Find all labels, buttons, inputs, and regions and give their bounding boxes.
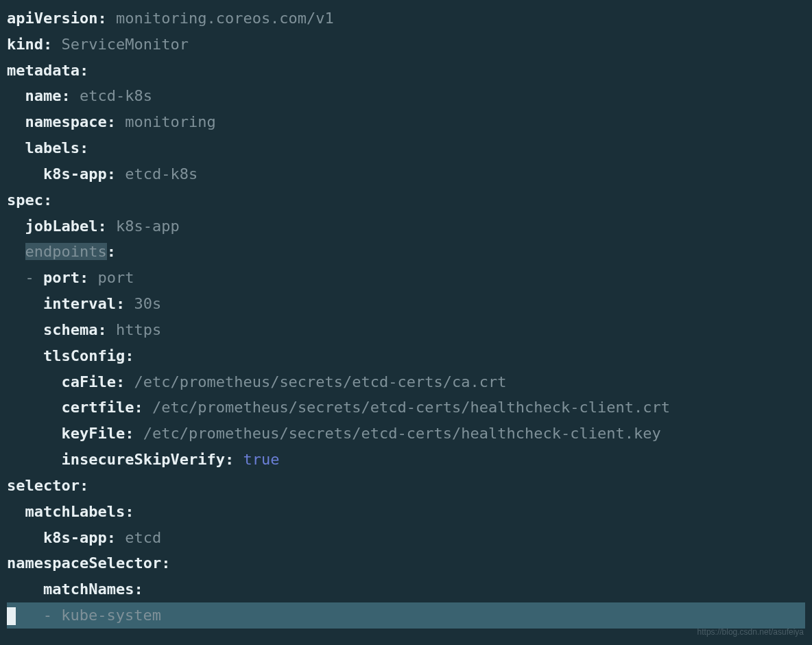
cursor [7, 607, 16, 625]
code-line: apiVersion: monitoring.coreos.com/v1 [7, 5, 805, 32]
code-line: endpoints: [7, 239, 805, 265]
yaml-key: namespace: [25, 113, 116, 130]
code-line: tlsConfig: [7, 343, 805, 369]
yaml-dash: - [25, 269, 34, 286]
yaml-value: ServiceMonitor [61, 36, 188, 53]
yaml-key: keyFile: [61, 425, 134, 442]
yaml-key: k8s-app: [43, 165, 116, 183]
yaml-key: insecureSkipVerify: [61, 451, 234, 468]
code-line: k8s-app: etcd-k8s [7, 161, 805, 187]
yaml-key: labels: [25, 139, 89, 156]
yaml-boolean: true [243, 451, 279, 468]
yaml-key: apiVersion: [7, 10, 107, 27]
code-line: - port: port [7, 265, 805, 291]
yaml-value: port [97, 269, 134, 286]
yaml-key: kind: [7, 36, 52, 53]
code-line: namespace: monitoring [7, 109, 805, 135]
yaml-value: etcd-k8s [125, 165, 198, 183]
yaml-value: /etc/prometheus/secrets/etcd-certs/ca.cr… [134, 373, 506, 390]
yaml-key: matchLabels: [25, 503, 134, 520]
yaml-key: k8s-app: [43, 529, 116, 546]
yaml-value: /etc/prometheus/secrets/etcd-certs/healt… [143, 425, 661, 442]
yaml-key: : [107, 243, 116, 260]
code-line: metadata: [7, 58, 805, 84]
yaml-value: monitoring.coreos.com/v1 [116, 10, 334, 27]
yaml-key: jobLabel: [25, 218, 107, 235]
code-line: jobLabel: k8s-app [7, 213, 805, 239]
yaml-value: https [116, 321, 161, 338]
yaml-value: etcd-k8s [80, 87, 152, 104]
yaml-value: monitoring [125, 113, 215, 130]
yaml-value: k8s-app [116, 218, 180, 235]
yaml-key: port: [43, 269, 88, 286]
yaml-key: tlsConfig: [43, 347, 134, 364]
search-highlight: endpoints [25, 243, 107, 260]
yaml-key: spec: [7, 191, 52, 209]
yaml-value: kube-system [61, 607, 161, 624]
yaml-key: interval: [43, 295, 125, 312]
code-line: keyFile: /etc/prometheus/secrets/etcd-ce… [7, 421, 805, 447]
cursor-line: - kube-system [7, 602, 805, 629]
yaml-key: matchNames: [43, 580, 143, 598]
yaml-key: selector: [7, 477, 88, 494]
code-line: caFile: /etc/prometheus/secrets/etcd-cer… [7, 369, 805, 395]
yaml-value: 30s [134, 295, 161, 312]
yaml-value: etcd [125, 529, 161, 546]
yaml-key: schema: [43, 321, 107, 338]
code-line: matchLabels: [7, 499, 805, 525]
code-line: spec: [7, 187, 805, 213]
code-line: labels: [7, 135, 805, 161]
code-editor[interactable]: apiVersion: monitoring.coreos.com/v1 kin… [7, 5, 805, 629]
yaml-key: metadata: [7, 62, 88, 79]
code-line: k8s-app: etcd [7, 525, 805, 551]
yaml-key: certfile: [61, 399, 143, 416]
code-line: namespaceSelector: [7, 550, 805, 576]
yaml-key: name: [25, 87, 71, 104]
watermark: https://blog.csdn.net/asufeiya [697, 625, 804, 640]
yaml-value: /etc/prometheus/secrets/etcd-certs/healt… [152, 399, 670, 416]
yaml-dash: - [43, 607, 52, 624]
code-line: selector: [7, 473, 805, 499]
code-line: kind: ServiceMonitor [7, 32, 805, 58]
code-line: insecureSkipVerify: true [7, 447, 805, 473]
code-line: interval: 30s [7, 291, 805, 317]
code-line: schema: https [7, 317, 805, 343]
code-line: certfile: /etc/prometheus/secrets/etcd-c… [7, 395, 805, 421]
yaml-key: caFile: [61, 373, 125, 390]
code-line: matchNames: [7, 576, 805, 602]
yaml-key: namespaceSelector: [7, 554, 170, 572]
code-line: name: etcd-k8s [7, 83, 805, 109]
